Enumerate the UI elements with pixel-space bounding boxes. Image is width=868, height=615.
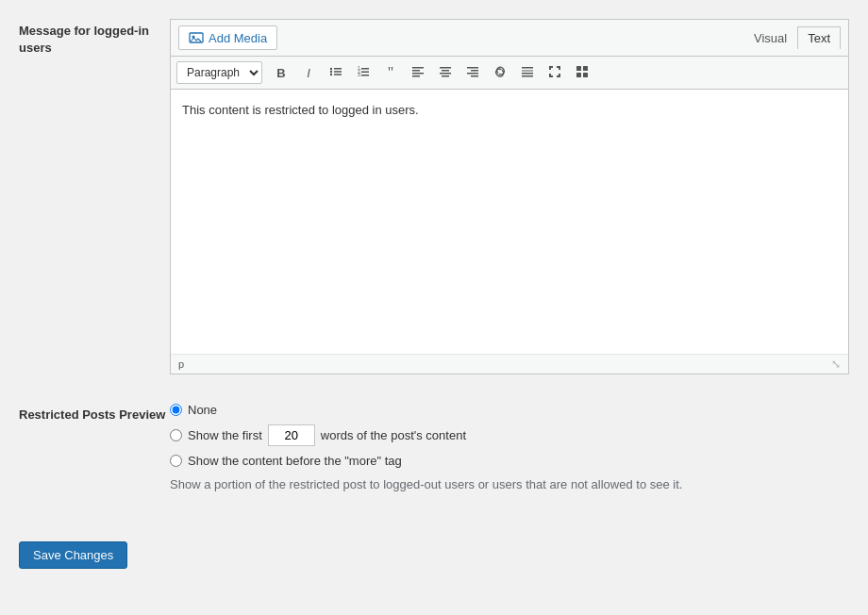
horizontal-rule-button[interactable] xyxy=(515,60,540,85)
svg-rect-26 xyxy=(522,67,533,69)
fullscreen-button[interactable] xyxy=(542,60,567,85)
svg-rect-20 xyxy=(440,73,451,75)
blockquote-button[interactable]: " xyxy=(378,60,403,85)
media-icon xyxy=(189,30,204,45)
align-center-button[interactable] xyxy=(433,60,458,85)
restricted-posts-content: None Show the first words of the post's … xyxy=(170,403,849,494)
svg-rect-15 xyxy=(412,70,420,72)
radio-before-more[interactable] xyxy=(170,455,182,467)
svg-point-4 xyxy=(330,70,332,72)
svg-rect-31 xyxy=(583,66,588,71)
radio-before-more-label[interactable]: Show the content before the "more" tag xyxy=(188,454,402,468)
tab-text[interactable]: Text xyxy=(797,26,841,49)
add-media-button[interactable]: Add Media xyxy=(178,25,277,50)
svg-rect-24 xyxy=(467,73,478,75)
restricted-posts-label: Restricted Posts Preview xyxy=(19,403,170,424)
word-count-input[interactable] xyxy=(268,424,315,446)
svg-rect-13 xyxy=(361,75,369,76)
svg-text:3.: 3. xyxy=(358,72,361,77)
svg-rect-25 xyxy=(471,75,478,77)
svg-rect-28 xyxy=(522,73,533,75)
align-right-button[interactable] xyxy=(460,60,485,85)
wp-editor: Add Media Visual Text Paragraph Heading … xyxy=(170,19,849,374)
svg-rect-21 xyxy=(442,75,449,77)
svg-rect-29 xyxy=(522,75,533,77)
italic-button[interactable]: I xyxy=(296,60,321,85)
svg-rect-19 xyxy=(442,70,449,72)
restricted-posts-preview-section: Restricted Posts Preview None Show the f… xyxy=(19,403,849,494)
radio-option-before-more: Show the content before the "more" tag xyxy=(170,454,849,468)
svg-rect-32 xyxy=(576,73,581,77)
radio-first-words-label[interactable]: Show the first words of the post's conte… xyxy=(188,424,466,446)
svg-rect-18 xyxy=(440,67,451,69)
svg-rect-23 xyxy=(471,70,478,72)
radio-first-words[interactable] xyxy=(170,429,182,441)
svg-rect-14 xyxy=(412,67,424,69)
radio-option-none: None xyxy=(170,403,849,417)
radio-none-label[interactable]: None xyxy=(188,403,217,417)
svg-rect-17 xyxy=(412,75,420,77)
svg-point-2 xyxy=(330,67,332,69)
format-toolbar: Paragraph Heading 1 Heading 2 Heading 3 … xyxy=(171,57,848,90)
link-button[interactable] xyxy=(488,60,512,85)
align-left-button[interactable] xyxy=(406,60,430,85)
svg-rect-11 xyxy=(361,71,369,73)
svg-rect-22 xyxy=(467,67,478,69)
svg-rect-30 xyxy=(576,66,581,71)
svg-rect-9 xyxy=(361,68,369,70)
svg-rect-16 xyxy=(412,73,424,75)
svg-rect-3 xyxy=(334,68,342,70)
radio-option-first-words: Show the first words of the post's conte… xyxy=(170,424,849,446)
svg-rect-5 xyxy=(334,71,342,73)
preview-description: Show a portion of the restricted post to… xyxy=(170,475,849,494)
radio-none[interactable] xyxy=(170,404,182,416)
unordered-list-button[interactable] xyxy=(324,60,348,85)
editor-content-area[interactable]: This content is restricted to logged in … xyxy=(171,90,848,354)
editor-top-toolbar: Add Media Visual Text xyxy=(171,20,848,57)
toolbar-toggle-button[interactable] xyxy=(570,60,594,85)
svg-point-6 xyxy=(330,73,332,75)
bold-button[interactable]: B xyxy=(269,60,293,85)
ordered-list-button[interactable]: 1.2.3. xyxy=(351,60,376,85)
svg-rect-7 xyxy=(334,74,342,75)
svg-rect-27 xyxy=(522,70,533,71)
svg-rect-33 xyxy=(583,73,588,77)
editor-container-wrapper: Add Media Visual Text Paragraph Heading … xyxy=(170,19,849,374)
view-tabs: Visual Text xyxy=(743,26,841,49)
save-changes-button[interactable]: Save Changes xyxy=(19,541,127,569)
resize-handle[interactable]: ⤡ xyxy=(831,357,841,371)
logged-in-message-section: Message for logged-in users Add Media Vi… xyxy=(19,19,849,374)
tab-visual[interactable]: Visual xyxy=(743,26,797,49)
logged-in-message-label: Message for logged-in users xyxy=(19,19,170,57)
editor-status-bar: p ⤡ xyxy=(171,354,848,374)
paragraph-format-select[interactable]: Paragraph Heading 1 Heading 2 Heading 3 xyxy=(176,61,262,84)
editor-path: p xyxy=(178,358,184,370)
